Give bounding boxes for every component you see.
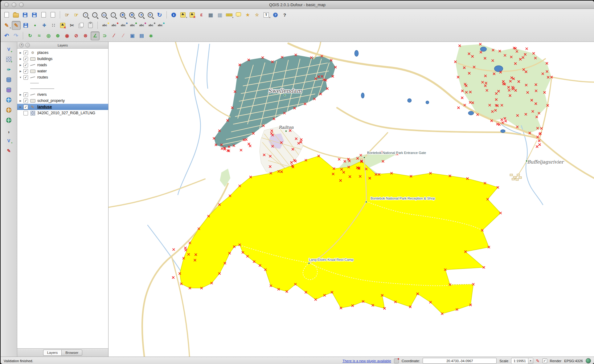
layer-visibility-checkbox[interactable]: ✓	[23, 92, 28, 97]
label-properties-button[interactable]: abc	[156, 21, 164, 30]
move-feature-button[interactable]: ✚	[40, 21, 48, 30]
expander-icon[interactable]: ▶	[19, 70, 22, 73]
coordinate-input[interactable]: 20.4733,-34.0967	[423, 358, 497, 364]
layer-visibility-checkbox[interactable]: ✓	[23, 57, 28, 61]
add-part-button[interactable]: ⊕	[54, 32, 62, 40]
split-parts-button[interactable]: ∕	[119, 32, 127, 40]
reshape-features-button[interactable]: ∠	[91, 31, 100, 40]
show-hide-labels-button[interactable]: abc	[147, 21, 155, 30]
layer-labeling-button[interactable]: abc	[100, 21, 109, 30]
map-svg[interactable]: SwellendamRailtonBontebok National Park …	[109, 42, 594, 357]
tab-layers[interactable]: Layers	[43, 350, 62, 356]
merge-features-button[interactable]: ▣	[128, 32, 137, 40]
layer-item-buildings[interactable]: ▶✓buildings	[17, 56, 108, 62]
scale-combobox[interactable]: 1:19951 ▼	[511, 358, 533, 364]
new-composer-button[interactable]	[39, 11, 48, 19]
add-delimited-text-layer-button[interactable]: ,	[5, 126, 13, 135]
paste-features-button[interactable]	[86, 21, 95, 30]
map-canvas[interactable]: SwellendamRailtonBontebok National Park …	[109, 42, 594, 357]
cut-features-button[interactable]: ✂	[68, 21, 76, 30]
layer-visibility-checkbox[interactable]: ✓	[23, 75, 28, 80]
zoom-to-layer-button[interactable]: ▤	[128, 11, 136, 19]
node-tool-button[interactable]: ∷	[49, 21, 58, 30]
expander-icon[interactable]: ▶	[19, 106, 22, 108]
select-by-expression-button[interactable]: ε	[197, 11, 206, 19]
layer-item-routes[interactable]: ▼✓routes	[17, 74, 108, 80]
move-label-button[interactable]: abc	[119, 21, 127, 30]
rotate-feature-button[interactable]: ↻	[26, 32, 34, 40]
save-project-as-button[interactable]	[30, 11, 39, 19]
select-features-button[interactable]: ▾	[179, 11, 187, 19]
add-vector-layer-button[interactable]: V+	[5, 45, 13, 53]
delete-part-button[interactable]: ⊗	[81, 32, 90, 40]
delete-ring-button[interactable]: ⊘	[72, 32, 80, 40]
split-features-button[interactable]: ∕	[110, 32, 118, 40]
tab-browser[interactable]: Browser	[61, 350, 82, 356]
layer-visibility-checkbox[interactable]: ✓	[23, 99, 28, 103]
text-annotation-button[interactable]: T▾	[262, 11, 270, 19]
composer-manager-button[interactable]	[49, 11, 57, 19]
rotate-point-symbols-button[interactable]: ∗	[147, 32, 155, 40]
stop-render-icon[interactable]: ✎	[536, 358, 540, 363]
layer-visibility-checkbox[interactable]: ✓	[23, 63, 28, 67]
expander-icon[interactable]: ▶	[19, 93, 22, 96]
measure-button[interactable]: ▾	[225, 11, 233, 19]
expander-icon[interactable]: ▶	[19, 51, 22, 54]
zoom-last-button[interactable]: ◀	[137, 11, 145, 19]
whats-this-button[interactable]: ?	[281, 11, 289, 19]
panel-close-button[interactable]: ✕	[19, 43, 24, 47]
show-bookmarks-button[interactable]: ☆	[253, 11, 261, 19]
add-feature-button[interactable]: ●	[31, 21, 39, 30]
layer-visibility-checkbox[interactable]: ✓	[23, 51, 28, 55]
current-edits-button[interactable]: ✎▾	[2, 21, 11, 30]
deselect-features-button[interactable]: ✕	[188, 11, 196, 19]
zoom-next-button[interactable]: ▶	[146, 11, 154, 19]
render-checkbox[interactable]: ✓	[543, 358, 547, 363]
plugin-link[interactable]: There is a new plugin available	[342, 359, 391, 363]
change-label-button[interactable]: abc	[110, 21, 118, 30]
layer-item-rivers[interactable]: ▶✓rivers	[17, 91, 108, 98]
rotate-label-button[interactable]: abc	[128, 21, 137, 30]
new-bookmark-button[interactable]: ★	[244, 11, 252, 19]
add-wfs-layer-button[interactable]	[5, 116, 13, 124]
layer-item-places[interactable]: ▶✓places	[17, 50, 108, 56]
offset-curve-button[interactable]: ⊃	[100, 32, 109, 40]
add-postgis-layer-button[interactable]	[5, 75, 13, 84]
zoom-native-button[interactable]: 1:1	[100, 11, 108, 19]
close-button[interactable]	[4, 2, 9, 7]
add-spatialite-layer-button[interactable]: ✑	[5, 65, 13, 74]
layer-item-roads[interactable]: ▶✓roads	[17, 62, 108, 68]
minimize-button[interactable]	[12, 2, 16, 7]
help-button[interactable]: ?	[271, 11, 280, 19]
toggle-editing-button[interactable]: ✎	[12, 21, 21, 30]
crs-status-icon[interactable]	[586, 358, 591, 363]
expander-icon[interactable]: ▶	[19, 64, 22, 67]
chevron-down-icon[interactable]: ▼	[528, 358, 533, 364]
open-project-button[interactable]	[12, 11, 20, 19]
open-attribute-table-button[interactable]: ▦	[207, 11, 215, 19]
layer-item-school_property[interactable]: ▶✓school_property	[17, 98, 108, 104]
expander-icon[interactable]: ▼	[19, 76, 22, 79]
add-raster-layer-button[interactable]: +	[5, 55, 13, 63]
delete-selected-button[interactable]: ✕	[59, 21, 67, 30]
copy-features-button[interactable]	[77, 21, 85, 30]
map-tips-button[interactable]	[234, 11, 243, 19]
expander-icon[interactable]: ▶	[19, 99, 22, 102]
layer-item-3420C_2010_327_RGB_LATLNG[interactable]: 3420C_2010_327_RGB_LATLNG	[17, 110, 108, 116]
zoom-window-button[interactable]	[19, 2, 24, 7]
add-ring-button[interactable]: ◎	[44, 32, 53, 40]
refresh-map-button[interactable]: ↻	[155, 11, 164, 19]
pan-to-selection-button[interactable]: ☞	[72, 11, 80, 19]
add-wms-layer-button[interactable]	[5, 96, 13, 104]
layer-visibility-checkbox[interactable]	[23, 111, 28, 115]
simplify-feature-button[interactable]: ≈	[35, 32, 43, 40]
save-project-button[interactable]	[21, 11, 29, 19]
merge-attributes-button[interactable]: ▤	[137, 32, 146, 40]
undo-button[interactable]: ↶	[2, 32, 11, 40]
zoom-out-button[interactable]: −	[91, 11, 99, 19]
add-wcs-layer-button[interactable]	[5, 106, 13, 114]
zoom-to-selection-button[interactable]: ▣	[118, 11, 127, 19]
layer-item-water[interactable]: ▶✓water	[17, 68, 108, 74]
layer-item-landuse[interactable]: ▶✓✎landuse	[17, 104, 108, 110]
save-layer-edits-button[interactable]	[22, 21, 30, 30]
